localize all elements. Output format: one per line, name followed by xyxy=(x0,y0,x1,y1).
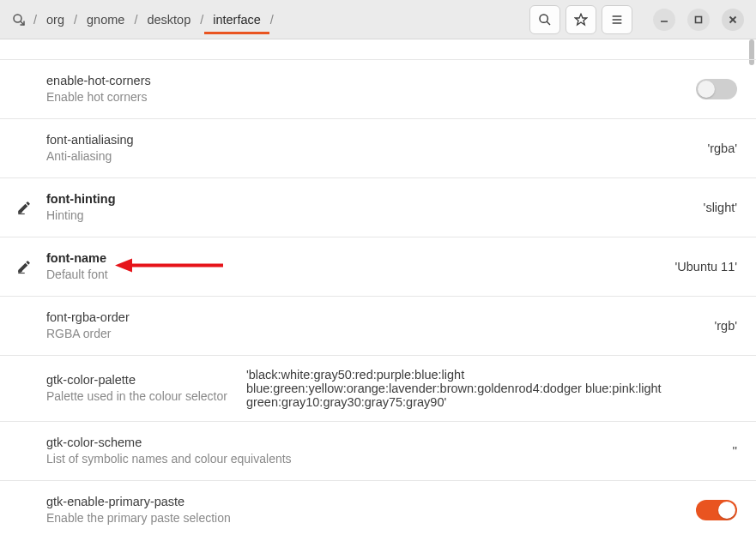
breadcrumb-gnome[interactable]: gnome xyxy=(78,4,133,34)
breadcrumb-desktop[interactable]: desktop xyxy=(138,4,199,34)
setting-value-text: 'rgba' xyxy=(707,141,737,155)
setting-row-font-name[interactable]: font-nameDefault font'Ubuntu 11' xyxy=(0,237,756,297)
minimize-button[interactable] xyxy=(653,9,675,31)
setting-key: font-antialiasing xyxy=(46,132,218,148)
setting-key: gtk-enable-primary-paste xyxy=(46,494,231,510)
setting-key: enable-hot-corners xyxy=(46,73,218,89)
setting-row-gtk-enable-primary-paste[interactable]: gtk-enable-primary-pasteEnable the prima… xyxy=(0,481,756,535)
setting-value: 'rgb' xyxy=(715,319,738,333)
setting-value: 'rgba' xyxy=(707,141,737,155)
setting-key: gtk-color-scheme xyxy=(46,435,292,451)
setting-text: gtk-color-palettePalette used in the col… xyxy=(46,372,227,404)
svg-line-3 xyxy=(547,21,550,25)
svg-marker-4 xyxy=(575,14,586,25)
setting-description: RGBA order xyxy=(46,326,218,341)
menu-button[interactable] xyxy=(602,5,632,34)
settings-list: enable-hot-cornersEnable hot cornersfont… xyxy=(0,39,756,535)
setting-value xyxy=(696,500,737,520)
setting-value-text: '' xyxy=(732,444,737,458)
breadcrumb: / org / gnome / desktop / interface / xyxy=(33,4,275,34)
setting-text: font-rgba-orderRGBA order xyxy=(46,310,218,341)
maximize-button[interactable] xyxy=(687,9,710,31)
setting-value: 'slight' xyxy=(704,201,737,214)
bookmark-button[interactable] xyxy=(565,5,596,34)
setting-description: Anti-aliasing xyxy=(46,148,218,164)
setting-text: font-nameDefault font xyxy=(46,250,218,282)
search-button[interactable] xyxy=(529,5,560,34)
setting-description: Default font xyxy=(46,267,218,282)
setting-text: font-hintingHinting xyxy=(46,191,218,223)
breadcrumb-sep: / xyxy=(269,13,275,27)
setting-text: gtk-enable-primary-pasteEnable the prima… xyxy=(46,494,231,526)
modified-icon xyxy=(12,259,36,274)
setting-description: List of symbolic names and colour equiva… xyxy=(46,451,292,466)
setting-description: Enable hot corners xyxy=(46,89,218,105)
setting-value-text: 'rgb' xyxy=(715,319,738,333)
setting-row-font-hinting[interactable]: font-hintingHinting'slight' xyxy=(0,178,756,237)
breadcrumb-interface[interactable]: interface xyxy=(204,4,269,34)
setting-row-partial-top[interactable] xyxy=(0,39,756,60)
setting-value xyxy=(696,79,737,99)
setting-description: Hinting xyxy=(46,207,218,223)
svg-rect-9 xyxy=(696,16,702,22)
setting-row-gtk-color-palette[interactable]: gtk-color-palettePalette used in the col… xyxy=(0,356,756,422)
setting-row-font-rgba-order[interactable]: font-rgba-orderRGBA order'rgb' xyxy=(0,297,756,356)
close-button[interactable] xyxy=(722,9,744,31)
setting-key: gtk-color-palette xyxy=(46,372,227,388)
setting-row-gtk-color-scheme[interactable]: gtk-color-schemeList of symbolic names a… xyxy=(0,422,756,481)
toggle-switch[interactable] xyxy=(696,79,737,99)
svg-point-0 xyxy=(14,15,21,22)
setting-description: Palette used in the colour selector xyxy=(46,388,227,404)
setting-text: font-antialiasingAnti-aliasing xyxy=(46,132,218,164)
setting-value: 'black:white:gray50:red:purple:blue:ligh… xyxy=(246,368,692,409)
titlebar: / org / gnome / desktop / interface / xyxy=(0,0,756,39)
svg-point-2 xyxy=(540,15,547,22)
setting-value-text: 'black:white:gray50:red:purple:blue:ligh… xyxy=(246,368,692,409)
setting-key: font-rgba-order xyxy=(46,310,218,326)
modified-icon xyxy=(12,200,36,215)
titlebar-left: / org / gnome / desktop / interface / xyxy=(5,4,275,34)
setting-value-text: 'slight' xyxy=(704,201,737,214)
setting-value: '' xyxy=(732,444,737,458)
titlebar-right xyxy=(529,5,751,34)
breadcrumb-org[interactable]: org xyxy=(38,4,73,34)
setting-text: enable-hot-cornersEnable hot corners xyxy=(46,73,218,105)
setting-text: gtk-color-schemeList of symbolic names a… xyxy=(46,435,292,466)
setting-description: Enable the primary paste selection xyxy=(46,510,231,526)
setting-key: font-name xyxy=(46,250,218,267)
setting-value-text: 'Ubuntu 11' xyxy=(675,260,737,274)
setting-value: 'Ubuntu 11' xyxy=(675,260,737,274)
setting-row-enable-hot-corners[interactable]: enable-hot-cornersEnable hot corners xyxy=(0,60,756,119)
toggle-switch[interactable] xyxy=(696,500,737,520)
setting-key: font-hinting xyxy=(46,191,218,207)
setting-row-font-antialiasing[interactable]: font-antialiasingAnti-aliasing'rgba' xyxy=(0,119,756,178)
window-controls xyxy=(653,9,744,31)
app-icon xyxy=(10,11,27,28)
